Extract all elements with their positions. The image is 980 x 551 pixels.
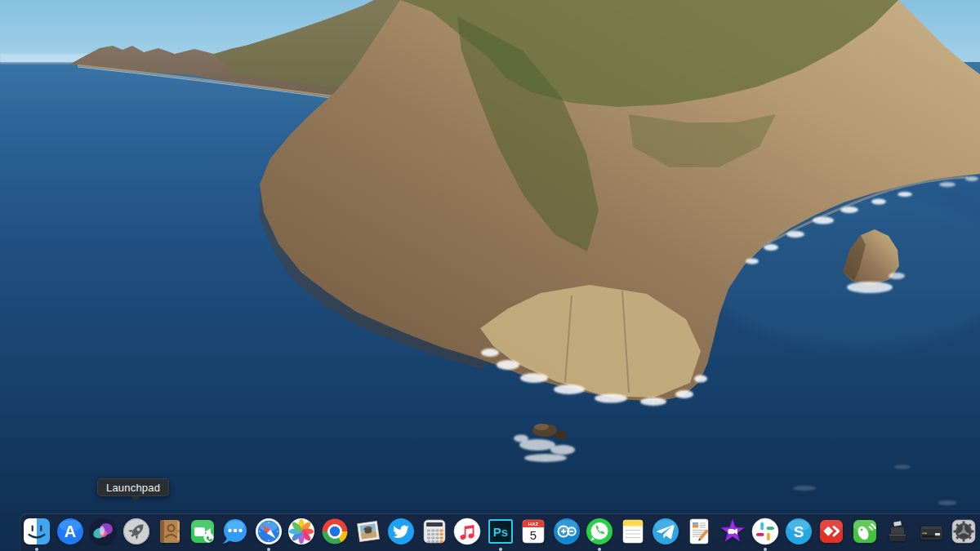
dock-item-music[interactable] xyxy=(452,516,483,547)
dock-item-calendar[interactable]: HAZ 5 xyxy=(518,516,549,547)
dock-item-imovie[interactable] xyxy=(717,516,748,547)
dock: A Ps HAZ 5 xyxy=(20,513,980,551)
running-indicator xyxy=(499,548,502,551)
dock-item-system-preferences[interactable] xyxy=(948,516,979,547)
launchpad-tooltip: Launchpad xyxy=(97,478,169,496)
svg-text:HAZ: HAZ xyxy=(528,522,539,527)
dock-item-printer-1[interactable] xyxy=(882,516,913,547)
dock-item-app-store[interactable]: A xyxy=(55,516,86,547)
dock-item-messages[interactable] xyxy=(220,516,251,547)
svg-text:A: A xyxy=(64,522,75,540)
desktop: Launchpad A xyxy=(0,0,980,551)
dock-item-blue-circles-app[interactable] xyxy=(551,516,582,547)
dock-item-pages[interactable] xyxy=(684,516,715,547)
dock-item-notes[interactable] xyxy=(617,516,648,547)
dock-item-remote-mouse[interactable] xyxy=(849,516,880,547)
tooltip-arrow xyxy=(131,496,140,501)
dock-item-facetime[interactable] xyxy=(187,516,218,547)
dock-item-safari[interactable] xyxy=(253,516,284,547)
dock-item-chrome[interactable] xyxy=(319,516,350,547)
dock-item-siri[interactable] xyxy=(87,516,118,547)
dock-item-photos[interactable] xyxy=(286,516,317,547)
dock-item-photoshop[interactable]: Ps xyxy=(485,516,516,547)
running-indicator xyxy=(267,548,270,551)
dock-item-slack[interactable] xyxy=(750,516,781,547)
dock-item-telegram[interactable] xyxy=(650,516,681,547)
running-indicator xyxy=(764,548,767,551)
running-indicator xyxy=(35,548,38,551)
svg-text:5: 5 xyxy=(530,528,537,542)
wallpaper-illustration xyxy=(0,0,980,551)
svg-text:Ps: Ps xyxy=(493,525,508,539)
dock-item-calculator[interactable] xyxy=(419,516,450,547)
tooltip-text: Launchpad xyxy=(106,482,160,494)
dock-item-skype[interactable]: S xyxy=(783,516,814,547)
running-indicator xyxy=(598,548,601,551)
dock-item-whatsapp[interactable] xyxy=(584,516,615,547)
dock-item-twitter[interactable] xyxy=(385,516,416,547)
svg-text:S: S xyxy=(793,523,804,540)
dock-item-finder[interactable] xyxy=(21,516,52,547)
dock-item-printer-2[interactable] xyxy=(915,516,947,547)
dock-item-contacts[interactable] xyxy=(154,516,185,547)
dock-item-red-diamond-app[interactable] xyxy=(816,516,847,547)
dock-item-mail[interactable] xyxy=(353,516,384,547)
dock-item-launchpad[interactable] xyxy=(121,516,152,547)
